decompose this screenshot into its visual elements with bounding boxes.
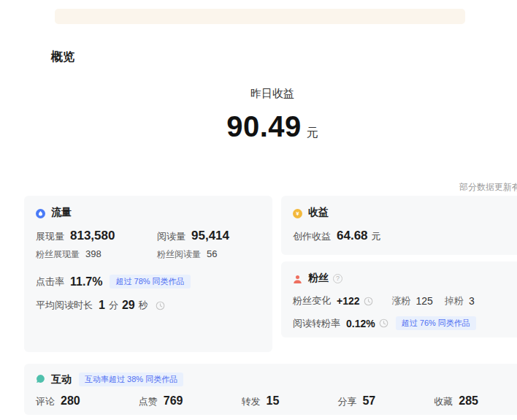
creation-revenue-label: 创作收益 [293, 230, 331, 243]
traffic-card: 流量 展现量 813,580 阅读量 95,414 粉丝展现量 398 粉丝阅 [24, 196, 272, 352]
impressions-stat: 展现量 813,580 [36, 229, 157, 243]
fans-loss-label: 掉粉 [445, 294, 464, 308]
shares-label: 分享 [337, 395, 356, 408]
fans-change-row: 粉丝变化 +122 涨粉 125 掉粉 3 [293, 294, 509, 308]
favorites-value: 285 [459, 394, 478, 408]
svg-text:¥: ¥ [296, 210, 299, 217]
help-icon[interactable]: ? [333, 274, 342, 283]
read-time-minutes: 1 [99, 299, 105, 312]
likes-label: 点赞 [139, 395, 158, 408]
seconds-unit: 秒 [139, 299, 148, 312]
yesterday-earnings-unit: 元 [307, 126, 318, 139]
fan-impressions-value: 398 [85, 248, 102, 259]
reposts-label: 转发 [242, 395, 261, 408]
comments-label: 评论 [36, 395, 55, 408]
fan-reads-stat: 粉丝阅读量 56 [157, 248, 217, 261]
traffic-drop-icon [36, 208, 45, 218]
creation-revenue-stat: 创作收益 64.68 元 [293, 229, 509, 243]
likes-stat: 点赞 769 [139, 394, 183, 408]
fan-reads-value: 56 [207, 248, 217, 259]
ctr-percentile-badge: 超过 78% 同类作品 [110, 275, 190, 289]
impressions-label: 展现量 [36, 230, 64, 243]
clock-icon[interactable] [364, 297, 373, 306]
top-banner [55, 9, 465, 24]
creation-revenue-value: 64.68 [337, 229, 368, 243]
page-title: 概览 [51, 50, 74, 65]
reposts-value: 15 [267, 394, 280, 408]
reposts-stat: 转发 15 [242, 394, 280, 408]
creation-revenue-unit: 元 [372, 230, 381, 243]
yesterday-earnings-value: 90.49 [226, 110, 302, 142]
fans-change-label: 粉丝变化 [293, 294, 331, 308]
yesterday-earnings-block: 昨日收益 90.49元 [24, 87, 517, 143]
fans-person-icon [293, 274, 302, 283]
clock-icon[interactable] [379, 318, 388, 328]
revenue-card-title: 收益 [308, 206, 329, 219]
avg-read-time-label: 平均阅读时长 [36, 299, 93, 312]
shares-stat: 分享 57 [337, 394, 375, 408]
ctr-value: 11.7% [70, 275, 102, 289]
data-update-notice: 部分数据更新有 [24, 181, 517, 194]
comments-value: 280 [61, 394, 80, 408]
read-to-fan-rate-label: 阅读转粉率 [293, 317, 340, 330]
clock-icon[interactable] [156, 301, 165, 310]
fans-change-value: +122 [337, 295, 360, 307]
read-time-seconds: 29 [122, 299, 135, 312]
comments-stat: 评论 280 [36, 394, 80, 408]
stats-cards: 流量 展现量 813,580 阅读量 95,414 粉丝展现量 398 粉丝阅 [24, 196, 517, 415]
yesterday-earnings-label: 昨日收益 [24, 87, 517, 101]
fans-card: 粉丝 ? 粉丝变化 +122 涨粉 125 [281, 261, 517, 337]
reads-label: 阅读量 [157, 230, 185, 243]
fan-impressions-stat: 粉丝展现量 398 [36, 248, 157, 261]
minutes-unit: 分 [109, 299, 118, 312]
fans-card-title: 粉丝 [308, 272, 329, 285]
read-to-fan-rate-value: 0.12% [346, 318, 375, 329]
coin-icon: ¥ [293, 208, 302, 218]
favorites-label: 收藏 [434, 395, 453, 408]
reads-value: 95,414 [191, 229, 229, 243]
likes-value: 769 [164, 394, 183, 408]
favorites-stat: 收藏 285 [434, 394, 478, 408]
ctr-label: 点击率 [36, 275, 64, 289]
impressions-value: 813,580 [70, 229, 115, 243]
ctr-stat: 点击率 11.7% 超过 78% 同类作品 [36, 275, 261, 289]
interaction-card-title: 互动 [51, 373, 72, 386]
interaction-card: 互动 互动率超过 38% 同类作品 评论 280 点赞 769 转发 15 分享… [24, 364, 517, 415]
fan-impressions-label: 粉丝展现量 [36, 248, 80, 261]
interaction-percentile-badge: 互动率超过 38% 同类作品 [79, 373, 183, 386]
reads-stat: 阅读量 95,414 [157, 229, 229, 243]
fans-loss-value: 3 [469, 295, 475, 307]
fan-reads-label: 粉丝阅读量 [157, 248, 201, 261]
fans-gain-label: 涨粉 [392, 294, 411, 308]
revenue-card: ¥ 收益 创作收益 64.68 元 [281, 196, 517, 255]
yesterday-earnings-amount: 90.49元 [24, 110, 517, 143]
read-to-fan-rate-row: 阅读转粉率 0.12% 超过 76% 同类作品 [293, 316, 509, 330]
chat-bubble-icon [36, 373, 45, 386]
traffic-card-title: 流量 [51, 206, 72, 219]
avg-read-time-stat: 平均阅读时长 1 分 29 秒 [36, 299, 261, 312]
conversion-percentile-badge: 超过 76% 同类作品 [396, 316, 476, 330]
fans-gain-value: 125 [416, 295, 433, 307]
shares-value: 57 [362, 394, 375, 408]
